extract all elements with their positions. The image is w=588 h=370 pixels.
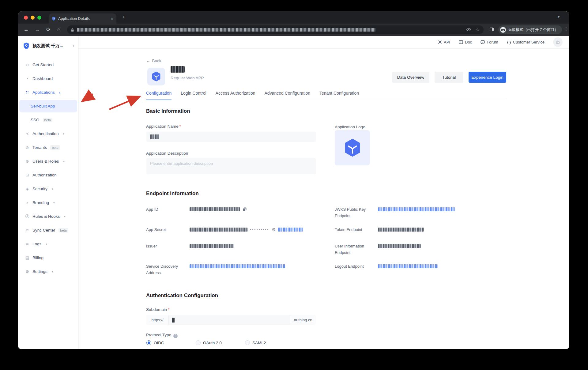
sidebar-nav: Get Started Dashboard Applications Self-… [18, 58, 78, 278]
sidebar-item-authentication[interactable]: Authentication [18, 127, 78, 141]
beta-badge: beta [50, 145, 60, 150]
sidebar-item-logs[interactable]: Logs [18, 237, 78, 251]
logs-icon [25, 242, 30, 246]
tab-configuration[interactable]: Configuration [146, 91, 172, 100]
app-id-value [190, 206, 247, 213]
back-arrow-icon: ← [146, 59, 150, 63]
eye-off-icon[interactable] [466, 28, 471, 32]
sidebar-item-billing[interactable]: Billing [18, 251, 78, 265]
security-shield-icon [25, 187, 30, 191]
app-id-redacted [190, 207, 240, 211]
new-tab-icon[interactable] [122, 14, 125, 20]
logout-link-redacted[interactable] [378, 264, 438, 268]
sidebar-item-get-started[interactable]: Get Started [18, 58, 78, 72]
sidebar-item-sync-center[interactable]: Sync Centerbeta [18, 223, 78, 237]
tab-tenant-configuration[interactable]: Tenant Configuration [319, 91, 359, 100]
rotate-secret-gear-icon[interactable] [272, 227, 276, 232]
tab-close-icon[interactable] [111, 16, 113, 21]
jwks-link-redacted[interactable] [378, 207, 455, 211]
window-minimize-button[interactable] [31, 16, 35, 20]
window-zoom-button[interactable] [37, 16, 41, 20]
tab-advanced-configuration[interactable]: Advanced Configuration [265, 91, 310, 100]
incognito-label: 无痕模式（已打开 7 个窗口） [508, 27, 558, 32]
app-tabs: Configuration Login Control Access Autho… [146, 91, 506, 100]
sidebar-item-sso[interactable]: SSObeta [18, 113, 78, 127]
protocol-option-oauth2[interactable]: OAuth 2.0 [196, 340, 222, 345]
application-logo-preview[interactable] [335, 130, 370, 165]
chevron-down-icon [52, 270, 53, 273]
workspace-shield-icon [23, 42, 30, 50]
sidebar-item-branding[interactable]: Branding [18, 196, 78, 210]
billing-icon [25, 255, 30, 260]
beta-badge: beta [58, 228, 68, 232]
workspace-switcher[interactable]: 预发测试-千万... [18, 36, 78, 50]
experience-login-button[interactable]: Experience Login [469, 72, 506, 83]
subdomain-input[interactable] [169, 315, 289, 325]
sidebar-item-users-roles[interactable]: Users & Roles [18, 154, 78, 168]
sidebar-item-settings[interactable]: Settings [18, 265, 78, 278]
rules-icon [25, 214, 30, 219]
sidebar-item-self-built-app[interactable]: Self-built App [19, 100, 77, 112]
bookmark-star-icon[interactable] [476, 27, 480, 32]
logout-endpoint-value [378, 263, 438, 270]
chevron-down-icon [63, 132, 65, 135]
app-secret-value [190, 226, 303, 233]
app-secret-actions-redacted[interactable] [278, 228, 303, 232]
app-secret-masked-dots [250, 229, 269, 230]
protocol-option-oidc[interactable]: OIDC [146, 340, 164, 345]
sidebar-item-dashboard[interactable]: Dashboard [18, 72, 78, 85]
window-close-button[interactable] [24, 16, 28, 20]
app-id-label: App ID [146, 206, 189, 213]
jwks-endpoint-label: JWKS Public Key Endpoint [335, 206, 378, 219]
protocol-option-saml2[interactable]: SAML2 [245, 340, 266, 345]
browser-menu-icon[interactable] [564, 26, 568, 32]
sidebar-item-security[interactable]: Security [18, 182, 78, 196]
radio-icon[interactable] [245, 340, 250, 345]
token-endpoint-value [378, 226, 424, 233]
application-description-input[interactable] [146, 158, 316, 174]
back-nav-icon[interactable]: ← [24, 26, 29, 33]
forward-nav-icon[interactable]: → [35, 26, 40, 33]
copy-icon[interactable] [243, 207, 247, 212]
endpoint-information-heading: Endpoint Information [146, 191, 199, 197]
issuer-value [190, 243, 234, 249]
app-name-redacted [171, 66, 185, 73]
application-description-label: Application Description [146, 151, 188, 156]
service-discovery-address-label: Service Discovery Address [146, 263, 189, 276]
tab-login-control[interactable]: Login Control [181, 91, 206, 100]
reload-icon[interactable]: ⟳ [46, 26, 51, 33]
incognito-icon [500, 27, 506, 33]
authentication-configuration-heading: Authentication Configuration [146, 293, 218, 299]
tenants-icon [25, 145, 30, 150]
browser-toolbar: ← → ⟳ ⌂ 无痕模式（已打开 7 个窗口） [18, 24, 569, 36]
help-question-icon[interactable]: ? [173, 334, 178, 338]
tutorial-button[interactable]: Tutorial [435, 72, 463, 83]
address-bar[interactable] [67, 25, 484, 34]
back-link[interactable]: ←Back [146, 59, 161, 63]
subdomain-suffix: .authing.cn [289, 315, 316, 325]
application-name-label: Application Name [146, 124, 181, 129]
application-name-value-redacted [150, 134, 159, 139]
sidebar-item-rules-hooks[interactable]: Rules & Hooks [18, 210, 78, 223]
lock-icon [25, 173, 30, 177]
service-discovery-link-redacted[interactable] [190, 264, 285, 268]
logout-endpoint-label: Logout Endpoint [335, 263, 378, 270]
issuer-label: Issuer [146, 243, 189, 249]
sidebar-item-tenants[interactable]: Tenantsbeta [18, 141, 78, 154]
tab-search-chevron-icon[interactable] [558, 14, 560, 19]
home-icon[interactable]: ⌂ [57, 26, 60, 33]
split-view-icon[interactable] [490, 28, 494, 31]
tab-access-authorization[interactable]: Access Authorization [216, 91, 255, 100]
browser-tabstrip: Application Details [18, 11, 569, 24]
sidebar-item-authorization[interactable]: Authorization [18, 168, 78, 182]
application-name-input[interactable] [146, 132, 316, 142]
browser-tab[interactable]: Application Details [49, 13, 116, 24]
chevron-down-icon [63, 160, 65, 163]
token-endpoint-label: Token Endpoint [335, 226, 378, 233]
chevron-down-icon [53, 201, 55, 204]
data-overview-button[interactable]: Data Overview [392, 72, 429, 83]
radio-selected-icon[interactable] [146, 340, 151, 345]
sidebar-item-applications[interactable]: Applications [18, 85, 78, 99]
radio-icon[interactable] [196, 340, 201, 345]
incognito-badge[interactable]: 无痕模式（已打开 7 个窗口） [498, 25, 562, 34]
